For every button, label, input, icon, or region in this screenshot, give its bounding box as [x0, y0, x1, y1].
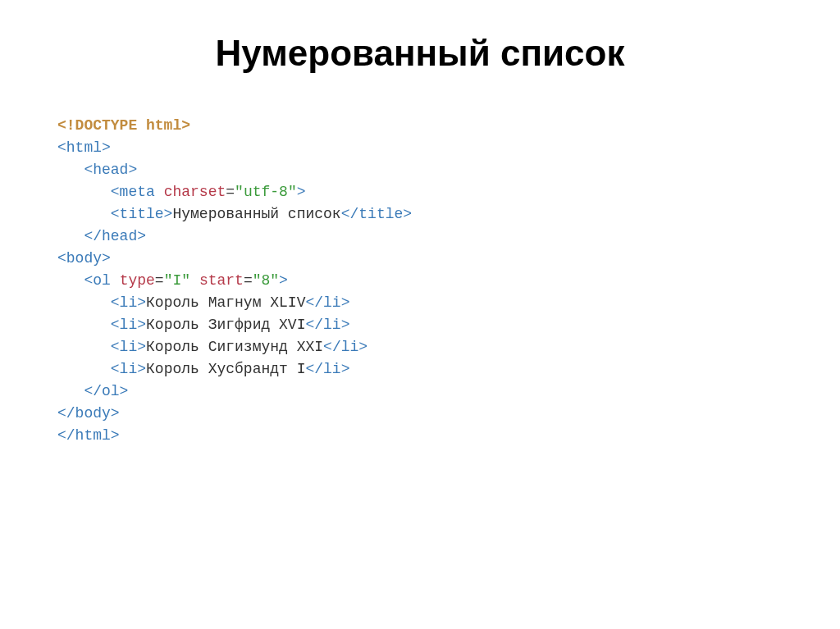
head-open-tag: <head>	[84, 162, 137, 178]
start-val: "8"	[253, 272, 279, 289]
start-attr: start	[199, 272, 244, 289]
li3-text: Король Сигизмунд XXI	[146, 339, 323, 355]
meta-tag-close: >	[297, 184, 306, 200]
li-close: </li>	[323, 339, 368, 355]
title-text: Нумерованный список	[172, 206, 340, 222]
body-open-tag: <body>	[57, 250, 111, 267]
li-open: <li>	[111, 339, 146, 355]
li-open: <li>	[111, 361, 146, 377]
ol-open-end: >	[279, 272, 288, 289]
li-open: <li>	[111, 317, 146, 333]
html-open-tag: <html>	[57, 139, 111, 156]
charset-val: "utf-8"	[235, 184, 297, 200]
slide-title: Нумерованный список	[0, 33, 840, 74]
li-close: </li>	[305, 317, 349, 333]
type-attr: type	[120, 272, 155, 289]
meta-tag-open: <meta	[111, 184, 155, 200]
code-example: <!DOCTYPE html> <html> <head> <meta char…	[0, 115, 840, 447]
doctype-line: <!DOCTYPE html>	[57, 117, 190, 134]
li1-text: Король Магнум XLIV	[146, 294, 305, 311]
type-val: "I"	[164, 272, 190, 289]
li2-text: Король Зигфрид XVI	[146, 317, 305, 333]
ol-open-tag: <ol	[84, 272, 110, 289]
body-close-tag: </body>	[57, 405, 120, 422]
title-close-tag: </title>	[341, 206, 412, 222]
li4-text: Король Хусбрандт I	[146, 361, 305, 377]
li-open: <li>	[111, 294, 146, 311]
head-close-tag: </head>	[84, 228, 146, 244]
ol-close-tag: </ol>	[84, 383, 128, 399]
html-close-tag: </html>	[57, 427, 120, 444]
li-close: </li>	[305, 294, 349, 311]
charset-attr: charset	[164, 184, 226, 200]
li-close: </li>	[305, 361, 349, 377]
title-open-tag: <title>	[111, 206, 173, 222]
